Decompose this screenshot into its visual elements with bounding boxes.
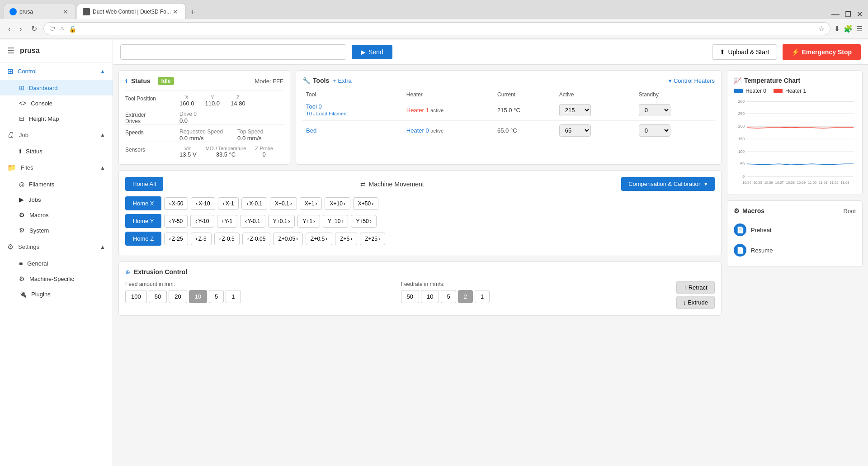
tool0-active-select[interactable]: 215 — [559, 104, 591, 116]
rate-10[interactable]: 10 — [421, 290, 439, 303]
prusa-favicon — [9, 8, 17, 15]
sidebar-item-macros[interactable]: ⚙ Macros — [0, 207, 113, 223]
new-tab-button[interactable]: + — [187, 6, 199, 19]
home-x-button[interactable]: Home X — [125, 196, 161, 210]
z-plus-05-button[interactable]: Z+0.5 › — [306, 233, 332, 245]
feed-5[interactable]: 5 — [209, 290, 224, 303]
sidebar-item-jobs[interactable]: ▶ Jobs — [0, 192, 113, 207]
minimize-icon[interactable]: — — [831, 10, 840, 19]
retract-button[interactable]: ↑ Retract — [676, 281, 715, 294]
feed-10[interactable]: 10 — [189, 290, 207, 303]
sidebar-item-dashboard[interactable]: ⊞ Dashboard — [0, 80, 113, 95]
y-position: Y 110.0 — [205, 95, 220, 107]
home-z-button[interactable]: Home Z — [125, 232, 161, 246]
x-plus-1-button[interactable]: X+1 › — [300, 197, 322, 210]
z-minus-25-button[interactable]: ‹ Z-25 — [164, 233, 188, 245]
warning-icon: ⚠ — [59, 25, 65, 33]
extrude-button[interactable]: ↓ Extrude — [676, 296, 715, 309]
x-minus-01-button[interactable]: ‹ X-0.1 — [241, 197, 267, 210]
send-button[interactable]: ▶ Send — [352, 45, 392, 59]
z-plus-5-button[interactable]: Z+5 › — [335, 233, 357, 245]
tab-prusa-close[interactable]: ✕ — [61, 8, 70, 15]
macro-resume[interactable]: 📄 Resume — [734, 240, 856, 260]
bookmark-icon[interactable]: ⬇ — [834, 24, 840, 33]
rate-1[interactable]: 1 — [475, 290, 490, 303]
sidebar-item-filaments[interactable]: ◎ Filaments — [0, 176, 113, 192]
close-icon[interactable]: ✕ — [857, 10, 863, 19]
y-minus-10-button[interactable]: ‹ Y-10 — [190, 215, 214, 228]
command-input[interactable]: M122 — [120, 44, 346, 60]
back-button[interactable]: ‹ — [5, 23, 13, 35]
rate-50[interactable]: 50 — [401, 290, 419, 303]
sidebar-section-header-control[interactable]: ⊞ Control ▲ — [0, 62, 113, 80]
feed-1[interactable]: 1 — [226, 290, 241, 303]
z-minus-05-button[interactable]: ‹ Z-0.5 — [214, 233, 240, 245]
sidebar-item-plugins[interactable]: 🔌 Plugins — [0, 286, 113, 302]
sidebar-section-header-settings[interactable]: ⚙ Settings ▲ — [0, 238, 113, 256]
rate-5[interactable]: 5 — [441, 290, 456, 303]
y-plus-1-button[interactable]: Y+1 › — [297, 215, 320, 228]
address-input[interactable]: prusa.local — [80, 25, 815, 32]
rate-2[interactable]: 2 — [458, 290, 473, 303]
hamburger-icon[interactable]: ☰ — [7, 46, 14, 56]
tab-duet[interactable]: Duet Web Control | Duet3D Fo... ✕ — [77, 4, 186, 19]
bed-active-select[interactable]: 65 — [559, 124, 591, 137]
sidebar-item-general[interactable]: ≡ General — [0, 256, 113, 271]
star-icon[interactable]: ☆ — [818, 24, 825, 33]
home-y-button[interactable]: Home Y — [125, 214, 161, 228]
y-plus-10-button[interactable]: Y+10 › — [323, 215, 348, 228]
tool0-link[interactable]: Tool 0 — [306, 103, 399, 110]
tab-prusa[interactable]: prusa ✕ — [4, 4, 76, 19]
tool-position-label: Tool Position — [125, 95, 179, 102]
sidebar-section-header-job[interactable]: 🖨 Job ▲ — [0, 126, 113, 143]
bed-standby-select[interactable]: 0 — [639, 124, 670, 137]
tab-duet-close[interactable]: ✕ — [171, 8, 180, 15]
x-minus-10-button[interactable]: ‹ X-10 — [191, 197, 215, 210]
z-minus-5-button[interactable]: ‹ Z-5 — [191, 233, 212, 245]
feed-20[interactable]: 20 — [169, 290, 187, 303]
feed-50[interactable]: 50 — [149, 290, 167, 303]
y-minus-01-button[interactable]: ‹ Y-0.1 — [240, 215, 265, 228]
tool0-sub[interactable]: T0 - Load Filament — [306, 111, 348, 116]
upload-start-button[interactable]: ⬆ Upload & Start — [712, 44, 777, 60]
forward-button[interactable]: › — [17, 23, 24, 35]
sidebar-general-label: General — [27, 260, 48, 267]
x-minus-50-button[interactable]: ‹ X-50 — [164, 197, 188, 210]
emergency-stop-button[interactable]: ⚡ Emergency Stop — [783, 44, 861, 60]
sidebar-item-machine-specific[interactable]: ⚙ Machine-Specific — [0, 271, 113, 286]
x-plus-01-button[interactable]: X+0.1 › — [270, 197, 297, 210]
x-plus-50-button[interactable]: X+50 › — [353, 197, 378, 210]
macro-preheat[interactable]: 📄 Preheat — [734, 220, 856, 240]
comp-cal-button[interactable]: Compensation & Calibration ▾ — [621, 177, 715, 191]
home-all-button[interactable]: Home All — [125, 177, 163, 191]
extra-link[interactable]: + Extra — [333, 77, 352, 84]
x-minus-1-button[interactable]: ‹ X-1 — [218, 197, 239, 210]
heater0-link[interactable]: Heater 0 — [406, 127, 429, 134]
z-plus-25-button[interactable]: Z+25 › — [360, 233, 385, 245]
bed-link[interactable]: Bed — [306, 127, 399, 134]
z-minus-005-button[interactable]: ‹ Z-0.05 — [242, 233, 271, 245]
tool0-standby-select[interactable]: 0 — [639, 104, 670, 116]
z-plus-005-button[interactable]: Z+0.05 › — [273, 233, 303, 245]
y-minus-1-button[interactable]: ‹ Y-1 — [217, 215, 238, 228]
x-plus-10-button[interactable]: X+10 › — [325, 197, 350, 210]
preheat-macro-icon: 📄 — [734, 223, 746, 236]
extensions-icon[interactable]: 🧩 — [844, 24, 853, 33]
sidebar-item-system[interactable]: ⚙ System — [0, 223, 113, 238]
y-plus-01-button[interactable]: Y+0.1 › — [268, 215, 295, 228]
control-heaters-button[interactable]: ▾ Control Heaters — [669, 77, 715, 84]
feed-100[interactable]: 100 — [125, 290, 147, 303]
menu-icon[interactable]: ☰ — [856, 24, 863, 33]
tool-row-0: Tool 0 T0 - Load Filament Heater 1 activ… — [302, 100, 715, 121]
y-plus-50-button[interactable]: Y+50 › — [351, 215, 376, 228]
heater1-link[interactable]: Heater 1 — [406, 107, 429, 114]
sidebar-item-console[interactable]: <> Console — [0, 95, 113, 111]
movement-icon: ⇄ — [360, 181, 366, 188]
sidebar-item-status[interactable]: ℹ Status — [0, 143, 113, 159]
refresh-button[interactable]: ↻ — [28, 23, 40, 35]
extrusion-card: ⊕ Extrusion Control Feed amount in mm: 1… — [118, 262, 722, 316]
sidebar-section-header-files[interactable]: 📁 Files ▲ — [0, 159, 113, 176]
y-minus-50-button[interactable]: ‹ Y-50 — [164, 215, 188, 228]
maximize-icon[interactable]: ❐ — [845, 10, 851, 19]
sidebar-item-heightmap[interactable]: ⊟ Height Map — [0, 111, 113, 126]
